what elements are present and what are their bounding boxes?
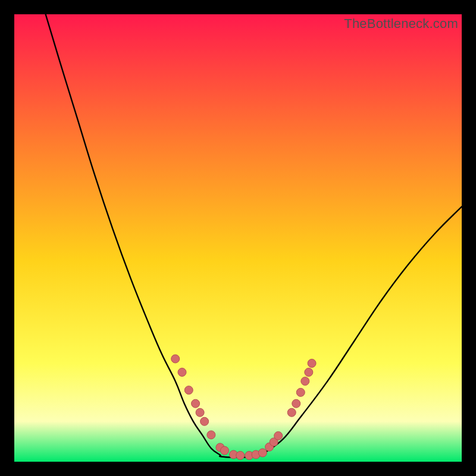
- marker-point: [301, 377, 309, 386]
- marker-point: [207, 431, 215, 439]
- marker-point: [184, 386, 193, 394]
- marker-point: [236, 451, 245, 459]
- marker-point: [287, 408, 296, 416]
- marker-point: [220, 446, 228, 455]
- marker-point: [178, 368, 186, 377]
- chart-svg: [14, 14, 462, 462]
- watermark-text: TheBottleneck.com: [344, 16, 458, 32]
- marker-point: [192, 399, 200, 408]
- marker-point: [201, 417, 209, 425]
- marker-point: [305, 368, 313, 377]
- gradient-background: [14, 14, 462, 462]
- marker-point: [258, 449, 267, 457]
- marker-point: [308, 359, 316, 368]
- marker-point: [171, 355, 180, 363]
- marker-point: [292, 399, 300, 408]
- marker-point: [196, 408, 204, 416]
- marker-point: [274, 431, 283, 440]
- chart-frame: TheBottleneck.com: [14, 14, 462, 462]
- marker-point: [296, 388, 305, 396]
